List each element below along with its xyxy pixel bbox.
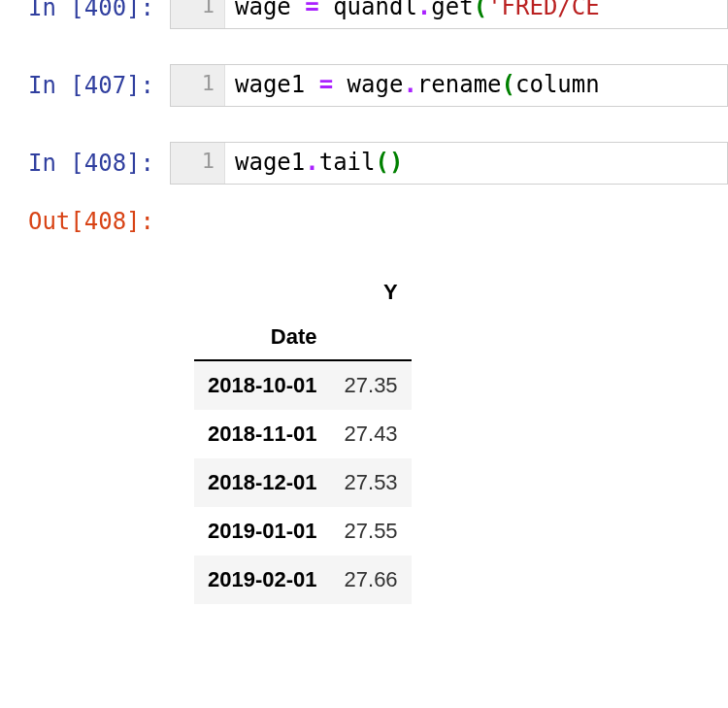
token-method: tail xyxy=(319,149,376,176)
input-cell: In [400]: 1 wage = quandl.get('FRED/CE xyxy=(0,0,728,37)
table-row: 2018-12-01 27.53 xyxy=(194,458,412,507)
table-row: 2019-01-01 27.55 xyxy=(194,507,412,556)
prompt-out: Out[408]: xyxy=(0,200,170,243)
line-gutter: 1 xyxy=(171,65,225,106)
output-area: Y Date 2018-10-01 27.35 2018-11-01 27.43… xyxy=(0,251,728,604)
token-obj: wage xyxy=(347,71,404,98)
column-header-row: Y xyxy=(194,270,412,315)
row-value: 27.35 xyxy=(331,360,412,410)
table-row: 2019-02-01 27.66 xyxy=(194,556,412,604)
output-cell: Out[408]: xyxy=(0,192,728,251)
row-value: 27.53 xyxy=(331,458,412,507)
token-var: wage1 xyxy=(235,71,305,98)
token-var: wage1 xyxy=(235,149,305,176)
token-op: = xyxy=(305,0,318,20)
code-line[interactable]: wage1.tail() xyxy=(225,143,727,184)
row-value: 27.55 xyxy=(331,507,412,556)
input-cell: In [408]: 1 wage1.tail() xyxy=(0,134,728,192)
line-gutter: 1 xyxy=(171,0,225,28)
code-line[interactable]: wage1 = wage.rename(column xyxy=(225,65,727,106)
token-string: 'FRED/CE xyxy=(487,0,600,20)
token-dot: . xyxy=(417,0,431,20)
token-method: get xyxy=(431,0,473,20)
row-index: 2019-02-01 xyxy=(194,556,331,604)
row-index: 2019-01-01 xyxy=(194,507,331,556)
prompt-in: In [407]: xyxy=(0,64,170,107)
token-dot: . xyxy=(305,149,318,176)
index-name: Date xyxy=(194,315,331,360)
row-index: 2018-10-01 xyxy=(194,360,331,410)
code-area[interactable]: 1 wage1 = wage.rename(column xyxy=(170,64,728,107)
row-value: 27.66 xyxy=(331,556,412,604)
token-rparen: ) xyxy=(389,149,403,176)
col-header: Y xyxy=(331,270,412,315)
token-lparen: ( xyxy=(502,71,515,98)
token-method: rename xyxy=(417,71,502,98)
table-row: 2018-10-01 27.35 xyxy=(194,360,412,410)
row-index: 2018-12-01 xyxy=(194,458,331,507)
line-gutter: 1 xyxy=(171,143,225,184)
token-op: = xyxy=(319,71,333,98)
index-header-row: Date xyxy=(194,315,412,360)
token-var: wage xyxy=(235,0,291,20)
row-index: 2018-11-01 xyxy=(194,410,331,458)
code-area[interactable]: 1 wage1.tail() xyxy=(170,142,728,185)
input-cell: In [407]: 1 wage1 = wage.rename(column xyxy=(0,56,728,115)
code-area[interactable]: 1 wage = quandl.get('FRED/CE xyxy=(170,0,728,29)
token-lparen: ( xyxy=(376,149,389,176)
token-kwarg: column xyxy=(515,71,600,98)
token-dot: . xyxy=(403,71,416,98)
prompt-in: In [408]: xyxy=(0,142,170,185)
code-line[interactable]: wage = quandl.get('FRED/CE xyxy=(225,0,727,28)
prompt-in: In [400]: xyxy=(0,0,170,29)
table-row: 2018-11-01 27.43 xyxy=(194,410,412,458)
dataframe-table: Y Date 2018-10-01 27.35 2018-11-01 27.43… xyxy=(194,270,412,604)
token-obj: quandl xyxy=(333,0,417,20)
row-value: 27.43 xyxy=(331,410,412,458)
token-lparen: ( xyxy=(474,0,487,20)
